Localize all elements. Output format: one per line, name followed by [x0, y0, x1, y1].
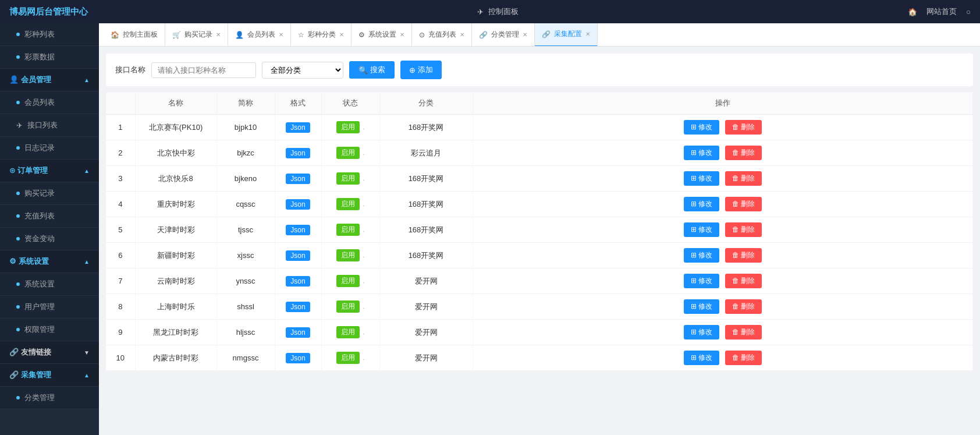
delete-button[interactable]: 🗑 删除	[725, 171, 762, 186]
tab-close-icon[interactable]: ✕	[460, 31, 464, 38]
status-dot: .	[363, 227, 364, 233]
cell-operation: ⊞ 修改 🗑 删除	[473, 166, 973, 192]
tab-catmgr[interactable]: 🔗 分类管理 ✕	[472, 23, 535, 47]
chevron-up-icon: ▲	[84, 168, 90, 174]
sidebar-group-collect-mgr[interactable]: 🔗 采集管理 ▲	[0, 364, 99, 387]
tab-close-icon[interactable]: ✕	[216, 31, 221, 38]
tab-dashboard[interactable]: 🏠 控制主面板	[104, 23, 165, 47]
sidebar-item-purchase-record[interactable]: 购买记录	[0, 182, 99, 205]
tab-close-icon[interactable]: ✕	[523, 31, 527, 38]
cell-status: 启用 .	[321, 192, 379, 217]
edit-icon: ⊞	[691, 174, 697, 182]
table-row: 2 北京快中彩 bjkzc Json 启用 . 彩云追月 ⊞ 修改 🗑 删除	[106, 140, 973, 166]
sidebar-item-recharge-list[interactable]: 充值列表	[0, 205, 99, 228]
sidebar-item-sys-settings[interactable]: 系统设置	[0, 273, 99, 296]
tab-label: 采集配置	[554, 29, 582, 39]
delete-button[interactable]: 🗑 删除	[725, 351, 762, 365]
sidebar-item-fund-change[interactable]: 资金变动	[0, 228, 99, 250]
add-button[interactable]: ⊕ 添加	[400, 61, 442, 79]
chevron-up-icon: ▲	[84, 372, 90, 379]
tab-recharge[interactable]: ⊙ 充值列表 ✕	[412, 23, 472, 47]
cell-num: 7	[106, 268, 135, 294]
th-status: 状态	[321, 92, 379, 115]
status-dot: .	[363, 175, 364, 182]
sidebar-item-member-list[interactable]: 会员列表	[0, 91, 99, 114]
link-icon: 🔗	[479, 31, 488, 39]
edit-button[interactable]: ⊞ 修改	[684, 120, 719, 135]
dot-icon	[16, 101, 20, 104]
tab-close-icon[interactable]: ✕	[400, 31, 404, 38]
sidebar-item-perm-mgr[interactable]: 权限管理	[0, 319, 99, 341]
sidebar-item-log-record[interactable]: 日志记录	[0, 137, 99, 160]
cell-category: 爱开网	[379, 294, 473, 320]
search-button[interactable]: 🔍 搜索	[349, 61, 395, 79]
sidebar-group-order-mgr[interactable]: ⊙ 订单管理 ▲	[0, 160, 99, 182]
sidebar-group-sys-settings[interactable]: ⚙ 系统设置 ▲	[0, 250, 99, 273]
cell-num: 4	[106, 192, 135, 217]
delete-button[interactable]: 🗑 删除	[725, 274, 762, 288]
home-icon: 🏠	[908, 8, 917, 16]
edit-button[interactable]: ⊞ 修改	[684, 351, 719, 365]
group-icon: 🔗 友情链接	[9, 347, 51, 358]
member-icon: 👤	[235, 31, 244, 39]
dot-icon	[16, 55, 20, 59]
edit-button[interactable]: ⊞ 修改	[684, 299, 719, 314]
edit-button[interactable]: ⊞ 修改	[684, 248, 719, 263]
tab-close-icon[interactable]: ✕	[585, 31, 590, 37]
delete-button[interactable]: 🗑 删除	[725, 146, 762, 160]
dot-icon	[16, 237, 20, 241]
table-row: 8 上海时时乐 shssl Json 启用 . 爱开网 ⊞ 修改 🗑 删除	[106, 294, 973, 320]
status-dot: .	[363, 355, 364, 361]
delete-button[interactable]: 🗑 删除	[725, 299, 762, 314]
status-badge: 启用	[336, 249, 360, 261]
tab-settings[interactable]: ⚙ 系统设置 ✕	[351, 23, 412, 47]
sidebar-group-member-mgr[interactable]: 👤 会员管理 ▲	[0, 69, 99, 91]
cell-name: 北京快中彩	[135, 140, 216, 166]
delete-button[interactable]: 🗑 删除	[725, 248, 762, 263]
edit-button[interactable]: ⊞ 修改	[684, 274, 719, 288]
cell-name: 重庆时时彩	[135, 192, 216, 217]
tab-close-icon[interactable]: ✕	[339, 31, 344, 38]
status-badge: 启用	[336, 147, 360, 159]
sidebar-item-api-list[interactable]: ✈ 接口列表	[0, 114, 99, 137]
tab-close-icon[interactable]: ✕	[279, 31, 283, 38]
filter-category-select[interactable]: 全部分类 168开奖网 彩云追月 爱开网	[262, 62, 343, 79]
edit-button[interactable]: ⊞ 修改	[684, 197, 719, 211]
tab-bar: 🏠 控制主面板 🛒 购买记录 ✕ 👤 会员列表 ✕ ☆ 彩种分类 ✕ ⚙ 系统设…	[99, 23, 980, 47]
edit-button[interactable]: ⊞ 修改	[684, 171, 719, 186]
sidebar-item-cat-mgr[interactable]: 分类管理	[0, 387, 99, 409]
cell-operation: ⊞ 修改 🗑 删除	[473, 294, 973, 320]
dot-icon	[16, 192, 20, 195]
tab-label: 会员列表	[247, 30, 275, 40]
cell-format: Json	[275, 166, 321, 192]
sidebar-item-lottery-data[interactable]: 彩票数据	[0, 46, 99, 69]
status-dot: .	[363, 124, 364, 130]
cell-num: 6	[106, 243, 135, 268]
delete-button[interactable]: 🗑 删除	[725, 197, 762, 211]
tab-collect[interactable]: 🔗 采集配置 ✕	[535, 23, 598, 47]
edit-button[interactable]: ⊞ 修改	[684, 325, 719, 339]
dot-icon	[16, 214, 20, 218]
sidebar-item-lottery-list[interactable]: 彩种列表	[0, 23, 99, 46]
tab-members[interactable]: 👤 会员列表 ✕	[228, 23, 291, 47]
chevron-down-icon: ▼	[84, 349, 90, 356]
home-link[interactable]: 网站首页	[926, 6, 957, 17]
delete-button[interactable]: 🗑 删除	[725, 120, 762, 135]
cell-abbr: nmgssc	[216, 345, 275, 371]
tab-lottery[interactable]: ☆ 彩种分类 ✕	[291, 23, 351, 47]
delete-button[interactable]: 🗑 删除	[725, 325, 762, 339]
delete-button[interactable]: 🗑 删除	[725, 222, 762, 237]
data-table-wrap: 名称 简称 格式 状态 分类 操作 1 北京赛车(PK10) bjpk10 Js…	[106, 92, 973, 371]
sidebar-label: 资金变动	[24, 234, 55, 244]
th-category: 分类	[379, 92, 473, 115]
edit-button[interactable]: ⊞ 修改	[684, 146, 719, 160]
sidebar-item-user-mgr[interactable]: 用户管理	[0, 296, 99, 319]
nav-label: 控制面板	[488, 6, 519, 17]
sidebar-group-friend-link[interactable]: 🔗 友情链接 ▼	[0, 341, 99, 364]
cell-abbr: xjssc	[216, 243, 275, 268]
edit-icon: ⊞	[691, 251, 697, 259]
status-badge: 启用	[336, 121, 360, 133]
edit-button[interactable]: ⊞ 修改	[684, 222, 719, 237]
filter-name-input[interactable]	[151, 62, 256, 78]
tab-purchase[interactable]: 🛒 购买记录 ✕	[165, 23, 228, 47]
